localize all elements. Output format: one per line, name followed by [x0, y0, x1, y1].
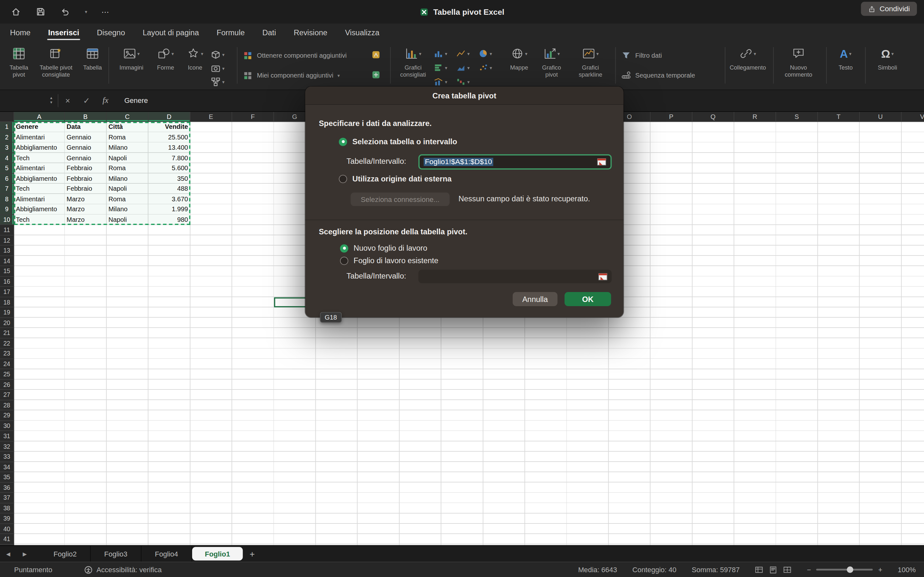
pivot-chart-button[interactable]: ▾ Grafico pivot	[535, 45, 568, 78]
column-header-R[interactable]: R	[734, 112, 776, 121]
slicer-button[interactable]: Filtro dati	[621, 48, 662, 63]
row-header-40[interactable]: 40	[0, 524, 13, 534]
row-header-12[interactable]: 12	[0, 235, 13, 245]
select-connection-button[interactable]: Seleziona connessione...	[351, 193, 450, 206]
select-all-corner[interactable]	[0, 112, 14, 122]
page-layout-view-icon[interactable]	[769, 566, 777, 574]
cell[interactable]: 980	[149, 214, 190, 225]
cell[interactable]: Abbigliamento	[14, 204, 65, 214]
table-button[interactable]: Tabella	[78, 45, 107, 71]
screenshot-button[interactable]: ▾	[211, 62, 225, 75]
row-header-4[interactable]: 4	[0, 153, 13, 163]
cell[interactable]: Milano	[107, 142, 148, 153]
column-header-D[interactable]: D	[149, 112, 190, 121]
row-header-38[interactable]: 38	[0, 503, 13, 513]
range-input[interactable]: Foglio1!$A$1:$D$10	[418, 154, 612, 169]
range-picker-icon-2[interactable]	[598, 272, 607, 280]
cell[interactable]: Tech	[14, 214, 65, 225]
row-header-3[interactable]: 3	[0, 142, 13, 153]
cell[interactable]: Gennaio	[65, 132, 107, 142]
column-header-Q[interactable]: Q	[692, 112, 734, 121]
row-header-24[interactable]: 24	[0, 359, 13, 369]
cell[interactable]: Febbraio	[65, 173, 107, 184]
bar-chart-button[interactable]: ▾	[434, 61, 447, 74]
row-header-41[interactable]: 41	[0, 534, 13, 544]
radio-select-range[interactable]	[339, 137, 347, 146]
cell[interactable]: 7.800	[149, 153, 190, 163]
sheet-tab-foglio3[interactable]: Foglio3	[91, 546, 142, 562]
cell[interactable]: Gennaio	[65, 142, 107, 153]
row-header-2[interactable]: 2	[0, 132, 13, 142]
recommended-pivots-button[interactable]: Tabelle pivot consigliate	[35, 45, 77, 78]
ribbon-tab-layout-di-pagina[interactable]: Layout di pagina	[134, 23, 208, 41]
cell[interactable]: Napoli	[107, 214, 148, 225]
cell[interactable]: Alimentari	[14, 132, 65, 142]
row-header-11[interactable]: 11	[0, 225, 13, 235]
cell[interactable]: Febbraio	[65, 184, 107, 194]
cell[interactable]: 25.500	[149, 132, 190, 142]
line-chart-button[interactable]: ▾	[456, 47, 470, 60]
column-header-F[interactable]: F	[232, 112, 274, 121]
column-header-C[interactable]: C	[107, 112, 148, 121]
more-icon[interactable]: ⋯	[102, 7, 109, 16]
zoom-level[interactable]: 100%	[898, 566, 916, 574]
cell[interactable]: Tech	[14, 153, 65, 163]
cell[interactable]: Genere	[14, 122, 65, 132]
row-header-20[interactable]: 20	[0, 318, 13, 328]
row-header-35[interactable]: 35	[0, 472, 13, 482]
next-sheet-icon[interactable]: ▶	[16, 551, 33, 556]
shapes-button[interactable]: ▾ Forme	[151, 45, 180, 71]
row-header-28[interactable]: 28	[0, 400, 13, 410]
column-header-V[interactable]: V	[901, 112, 924, 121]
undo-chevron-icon[interactable]: ▾	[85, 9, 87, 15]
insert-function-icon[interactable]: fx	[96, 95, 115, 105]
cell[interactable]: 13.400	[149, 142, 190, 153]
cell[interactable]: Febbraio	[65, 163, 107, 173]
ok-button[interactable]: OK	[565, 292, 611, 306]
sheet-tab-foglio2[interactable]: Foglio2	[40, 546, 91, 562]
cell[interactable]: Marzo	[65, 194, 107, 204]
status-average[interactable]: Media: 6643	[578, 566, 617, 574]
ribbon-tab-revisione[interactable]: Revisione	[285, 23, 336, 41]
status-count[interactable]: Conteggio: 40	[632, 566, 676, 574]
row-header-39[interactable]: 39	[0, 514, 13, 524]
sheet-tab-foglio4[interactable]: Foglio4	[142, 546, 192, 562]
column-chart-button[interactable]: ▾	[434, 47, 447, 60]
radio-existing-sheet[interactable]	[340, 256, 349, 265]
home-icon[interactable]	[11, 6, 21, 17]
cell[interactable]: Napoli	[107, 153, 148, 163]
cell[interactable]: Napoli	[107, 184, 148, 194]
cell[interactable]: Marzo	[65, 214, 107, 225]
cell[interactable]: Alimentari	[14, 194, 65, 204]
row-header-21[interactable]: 21	[0, 328, 13, 338]
column-header-E[interactable]: E	[190, 112, 232, 121]
addin-extra-button[interactable]	[371, 68, 381, 81]
cell[interactable]: 5.600	[149, 163, 190, 173]
add-sheet-button[interactable]: +	[243, 549, 262, 559]
row-header-33[interactable]: 33	[0, 452, 13, 462]
row-header-30[interactable]: 30	[0, 421, 13, 431]
column-header-U[interactable]: U	[860, 112, 901, 121]
row-header-27[interactable]: 27	[0, 390, 13, 400]
get-addins-button[interactable]: Ottenere componenti aggiuntivi	[243, 48, 347, 63]
row-header-32[interactable]: 32	[0, 442, 13, 452]
cell[interactable]: 3.670	[149, 194, 190, 204]
timeline-button[interactable]: Sequenza temporale	[621, 68, 695, 82]
ribbon-tab-dati[interactable]: Dati	[254, 23, 285, 41]
name-box[interactable]	[0, 89, 45, 111]
pie-chart-button[interactable]: ▾	[478, 47, 492, 60]
status-sum[interactable]: Somma: 59787	[692, 566, 740, 574]
smartart-button[interactable]: ▾	[211, 75, 225, 88]
scatter-chart-button[interactable]: ▾	[478, 61, 492, 74]
office-store-button[interactable]	[371, 48, 381, 61]
cell[interactable]: Marzo	[65, 204, 107, 214]
cancel-button[interactable]: Annulla	[513, 292, 557, 306]
normal-view-icon[interactable]	[755, 566, 763, 574]
zoom-in-button[interactable]: +	[878, 566, 882, 574]
cell[interactable]: Gennaio	[65, 153, 107, 163]
cancel-entry-icon[interactable]: ×	[58, 95, 78, 105]
page-break-view-icon[interactable]	[783, 566, 792, 574]
icons-button[interactable]: ▾ Icone	[182, 45, 208, 71]
sheet-tab-foglio1[interactable]: Foglio1	[192, 547, 243, 560]
column-header-P[interactable]: P	[651, 112, 692, 121]
